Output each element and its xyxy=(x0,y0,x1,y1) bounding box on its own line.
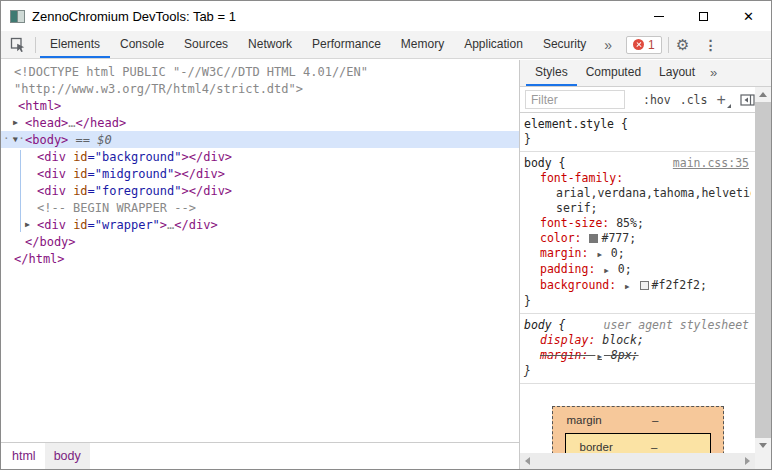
code-segment: <!-- BEGIN WRAPPER --> xyxy=(37,201,196,215)
expand-icon[interactable]: ▶ xyxy=(25,220,30,229)
dom-tree-row[interactable]: <!-- BEGIN WRAPPER --> xyxy=(1,199,519,216)
scroll-down-button[interactable] xyxy=(755,438,771,453)
scrollbar-corner xyxy=(755,453,771,469)
css-property[interactable]: display: block; xyxy=(524,333,751,348)
crumb-body[interactable]: body xyxy=(45,443,90,469)
css-property[interactable]: font-family: xyxy=(524,171,751,186)
dom-tree-row[interactable]: </body> xyxy=(1,233,519,250)
close-button[interactable]: ✕ xyxy=(726,1,771,31)
dock-panel-icon xyxy=(740,93,755,107)
tab-performance[interactable]: Performance xyxy=(302,31,391,58)
element-classes-button[interactable]: .cls xyxy=(680,93,708,107)
sidebar-more-chevron[interactable]: » xyxy=(704,60,723,86)
border-label: border xyxy=(580,440,613,454)
dom-tree-row[interactable]: </html> xyxy=(1,250,519,267)
dom-tree-row[interactable]: ▶<div id="wrapper">…</div> xyxy=(1,216,519,233)
code-segment: > xyxy=(160,218,167,232)
css-property[interactable]: padding: ▶ 0; xyxy=(524,262,751,278)
dom-tree-row[interactable]: ▶<head>…</head> xyxy=(1,114,519,131)
tab-sources[interactable]: Sources xyxy=(174,31,238,58)
sidebar-tab-computed[interactable]: Computed xyxy=(577,60,650,86)
expand-icon[interactable]: ▶ xyxy=(623,282,632,291)
property-name: margin: xyxy=(540,348,595,362)
stylesheet-link[interactable]: main.css:35 xyxy=(673,156,751,171)
property-value: 8px; xyxy=(611,348,639,362)
maximize-icon xyxy=(699,12,708,21)
property-value: 85%; xyxy=(616,216,644,230)
expand-icon[interactable]: ▶ xyxy=(13,118,18,127)
minimize-button[interactable] xyxy=(636,1,681,31)
dom-tree-row[interactable]: ···▼<body> == $0 xyxy=(1,131,519,148)
arrow-right-icon[interactable] xyxy=(745,457,750,465)
code-segment: <div xyxy=(37,167,66,181)
app-icon xyxy=(10,10,25,23)
tab-application[interactable]: Application xyxy=(454,31,533,58)
collapse-icon[interactable]: ▼ xyxy=(13,135,18,144)
border-value: – xyxy=(613,440,696,454)
devtools-window: ZennoChromium DevTools: Tab = 1 ✕ Elemen… xyxy=(0,0,772,470)
tab-security[interactable]: Security xyxy=(533,31,596,58)
inspect-element-button[interactable] xyxy=(1,31,35,58)
box-model-border[interactable]: border–padding– xyxy=(565,433,711,453)
color-swatch[interactable] xyxy=(640,281,649,290)
scroll-up-button[interactable] xyxy=(755,87,771,102)
rule-selector[interactable]: body { xyxy=(524,318,566,333)
styles-filter-input[interactable] xyxy=(525,90,625,109)
margin-label-row: margin– xyxy=(553,407,723,433)
style-rules-list: element.style {}body {main.css:35font-fa… xyxy=(520,113,755,453)
box-model-margin[interactable]: margin–border–padding– xyxy=(552,406,724,453)
console-error-badge[interactable]: 1 xyxy=(626,36,662,54)
dom-tree-row[interactable]: <div id="foreground"></div> xyxy=(1,182,519,199)
dom-tree-row[interactable]: <div id="background"></div> xyxy=(1,148,519,165)
css-property[interactable]: background: ▶ #f2f2f2; xyxy=(524,278,751,294)
kebab-menu-icon: ⋮ xyxy=(704,37,718,53)
property-value: block; xyxy=(602,333,644,347)
code-segment: <head> xyxy=(25,116,68,130)
css-property[interactable]: margin: ▶ 0; xyxy=(524,246,751,262)
code-segment: </head> xyxy=(76,116,127,130)
property-name: margin: xyxy=(540,246,595,260)
css-property[interactable]: font-size: 85%; xyxy=(524,216,751,231)
rule-selector[interactable]: element.style { xyxy=(524,117,628,132)
styles-toolbar: :hov .cls + xyxy=(520,87,755,113)
breadcrumb: htmlbody xyxy=(1,442,519,469)
expand-icon[interactable]: ▶ xyxy=(595,250,604,259)
expand-icon[interactable]: ▶ xyxy=(595,352,604,361)
tab-memory[interactable]: Memory xyxy=(391,31,454,58)
settings-button[interactable]: ⚙ xyxy=(669,31,697,58)
horizontal-scrollbar[interactable] xyxy=(520,453,755,469)
sidebar-tab-styles[interactable]: Styles xyxy=(526,60,577,86)
sidebar-tab-layout[interactable]: Layout xyxy=(650,60,704,86)
code-segment: ="wrapper" xyxy=(88,218,160,232)
new-style-rule-button[interactable]: + xyxy=(716,92,730,108)
main-menu-button[interactable]: ⋮ xyxy=(697,31,725,58)
expand-icon[interactable]: ▶ xyxy=(602,266,611,275)
code-segment: ="midground" xyxy=(88,167,175,181)
code-segment: id xyxy=(66,218,88,232)
toggle-element-state-button[interactable]: :hov xyxy=(643,93,671,107)
margin-value: – xyxy=(602,413,709,428)
rule-selector[interactable]: body { xyxy=(524,156,566,171)
css-property[interactable]: color: #777; xyxy=(524,231,751,246)
maximize-button[interactable] xyxy=(681,1,726,31)
tab-network[interactable]: Network xyxy=(238,31,302,58)
code-segment: <div xyxy=(37,218,66,232)
scrollbar-thumb[interactable] xyxy=(755,102,771,438)
window-title: ZennoChromium DevTools: Tab = 1 xyxy=(32,9,236,24)
css-property[interactable]: margin: ▶ 8px; xyxy=(524,348,751,364)
dom-tree-row[interactable]: <div id="midground"></div> xyxy=(1,165,519,182)
more-tabs-chevron[interactable]: » xyxy=(596,31,620,58)
dom-tree-row[interactable]: <html> xyxy=(1,97,519,114)
code-segment: <body> xyxy=(25,133,68,147)
vertical-scrollbar[interactable] xyxy=(755,87,771,453)
arrow-left-icon[interactable] xyxy=(525,457,530,465)
tab-elements[interactable]: Elements xyxy=(40,31,110,58)
code-segment: </html> xyxy=(14,252,65,266)
code-segment: <!DOCTYPE html PUBLIC "-//W3C//DTD HTML … xyxy=(14,65,368,79)
crumb-html[interactable]: html xyxy=(3,443,45,469)
dom-tree-row[interactable]: "http://www.w3.org/TR/html4/strict.dtd"> xyxy=(1,80,519,97)
toggle-computed-sidebar-button[interactable] xyxy=(740,93,755,107)
color-swatch[interactable] xyxy=(589,234,598,243)
tab-console[interactable]: Console xyxy=(110,31,174,58)
dom-tree-row[interactable]: <!DOCTYPE html PUBLIC "-//W3C//DTD HTML … xyxy=(1,63,519,80)
